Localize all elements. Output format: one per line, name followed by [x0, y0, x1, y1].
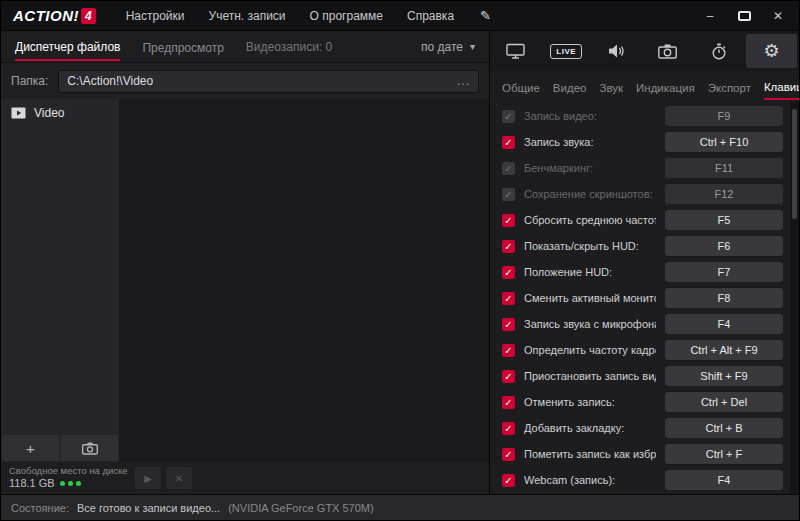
hotkey-checkbox[interactable]: ✓ — [502, 318, 515, 331]
hotkey-checkbox[interactable]: ✓ — [502, 136, 515, 149]
file-list-area[interactable] — [119, 99, 489, 462]
main-content: Диспетчер файлов Предпросмотр Видеозапис… — [1, 31, 799, 494]
hotkey-key-button[interactable]: Ctrl + F — [665, 444, 783, 464]
settings-tabs: ОбщиеВидеоЗвукИндикацияЭкспортКлавиши — [490, 71, 799, 101]
hotkey-key-button[interactable]: Ctrl + Alt + F9 — [665, 340, 783, 360]
hotkey-checkbox[interactable]: ✓ — [502, 344, 515, 357]
hotkey-checkbox[interactable]: ✓ — [502, 214, 515, 227]
free-space-value: 118.1 GB — [9, 477, 55, 491]
settings-tab-Звук[interactable]: Звук — [599, 74, 623, 99]
hotkey-key-button[interactable]: Ctrl + F10 — [665, 132, 783, 152]
scrollbar[interactable] — [790, 101, 799, 494]
play-button[interactable]: ▶ — [135, 467, 161, 489]
sort-dropdown[interactable]: по дате ▾ — [421, 40, 475, 54]
tab-preview[interactable]: Предпросмотр — [142, 34, 223, 60]
tab-screen-recording[interactable] — [490, 31, 541, 71]
hotkey-key-button[interactable]: Ctrl + Del — [665, 392, 783, 412]
hotkey-checkbox[interactable]: ✓ — [502, 292, 515, 305]
hotkey-key-button[interactable]: F9 — [665, 106, 783, 126]
hotkey-checkbox[interactable]: ✓ — [502, 396, 515, 409]
hotkey-label: Бенчмаркинг: — [524, 162, 656, 174]
hotkey-key-button[interactable]: F4 — [665, 314, 783, 334]
hotkey-key-button[interactable]: Shift + F9 — [665, 366, 783, 386]
hotkey-key-button[interactable]: Ctrl + B — [665, 418, 783, 438]
hotkey-key-button[interactable]: F8 — [665, 288, 783, 308]
hotkey-checkbox[interactable]: ✓ — [502, 370, 515, 383]
hotkey-label: Отменить запись: — [524, 396, 656, 408]
hotkey-checkbox[interactable]: ✓ — [502, 188, 515, 201]
folder-sidebar: Video + — [1, 99, 119, 462]
hotkey-key-button[interactable]: F5 — [665, 210, 783, 230]
speaker-icon — [608, 43, 626, 59]
hotkey-row: ✓Сбросить среднюю частоту кадров:F5 — [502, 207, 799, 233]
chevron-down-icon: ▾ — [470, 41, 475, 52]
menu-item-about[interactable]: О программе — [310, 9, 383, 23]
tab-file-manager[interactable]: Диспетчер файлов — [15, 33, 120, 61]
hotkey-row: ✓Webcam (запись):F4 — [502, 467, 799, 493]
settings-panel: LIVE ⚙ ОбщиеВидеоЗвукИндикацияЭкспортКла… — [490, 31, 799, 494]
titlebar-menu: НастройкиУчетн. записиО программеСправка — [126, 9, 454, 23]
hotkey-row: ✓Запись видео:F9 — [502, 103, 799, 129]
hotkey-checkbox[interactable]: ✓ — [502, 110, 515, 123]
hotkey-key-button[interactable]: F11 — [665, 158, 783, 178]
browse-button[interactable]: ... — [457, 74, 470, 88]
scrollbar-thumb[interactable] — [792, 109, 797, 219]
hotkey-row: ✓Положение HUD:F7 — [502, 259, 799, 285]
tab-live-streaming[interactable]: LIVE — [541, 31, 592, 71]
maximize-icon — [738, 11, 751, 21]
minimize-button[interactable]: – — [695, 6, 725, 26]
settings-tab-Индикация[interactable]: Индикация — [636, 74, 695, 99]
close-button[interactable]: ✕ — [763, 6, 793, 26]
delete-recording-button[interactable]: ✕ — [166, 467, 192, 489]
tab-benchmark[interactable] — [693, 31, 744, 71]
import-media-button[interactable] — [61, 435, 118, 461]
hotkey-key-button[interactable]: F6 — [665, 236, 783, 256]
tab-screenshots[interactable] — [642, 31, 693, 71]
hotkey-row: ✓Приостановить запись видео:Shift + F9 — [502, 363, 799, 389]
hotkey-row: ✓Запись звука:Ctrl + F10 — [502, 129, 799, 155]
menu-item-help[interactable]: Справка — [407, 9, 454, 23]
pen-icon[interactable]: ✎ — [480, 8, 491, 23]
tab-audio-recording[interactable] — [592, 31, 643, 71]
hotkey-row: ✓Сменить активный монитор:F8 — [502, 285, 799, 311]
playback-controls: ▶ ✕ — [135, 467, 192, 489]
free-space-label: Свободное место на диске — [9, 465, 121, 477]
gpu-name: (NVIDIA GeForce GTX 570M) — [228, 502, 373, 514]
titlebar: ACTION! 4 НастройкиУчетн. записиО програ… — [1, 1, 799, 31]
settings-tab-Общие[interactable]: Общие — [502, 74, 540, 99]
settings-tab-Видео[interactable]: Видео — [553, 74, 587, 99]
status-label: Состояние: — [11, 502, 69, 514]
hotkey-checkbox[interactable]: ✓ — [502, 240, 515, 253]
file-manager-tabs: Диспетчер файлов Предпросмотр Видеозапис… — [1, 31, 489, 63]
hotkey-label: Запись звука с микрофона: — [524, 318, 656, 330]
hotkey-label: Запись видео: — [524, 110, 656, 122]
hotkey-key-button[interactable]: F12 — [665, 184, 783, 204]
menu-item-accounts[interactable]: Учетн. записи — [209, 9, 286, 23]
hotkey-checkbox[interactable]: ✓ — [502, 448, 515, 461]
hotkey-key-button[interactable]: F7 — [665, 262, 783, 282]
sort-label: по дате — [421, 40, 463, 54]
live-badge-icon: LIVE — [550, 44, 582, 59]
menu-item-settings[interactable]: Настройки — [126, 9, 185, 23]
tab-settings[interactable]: ⚙ — [746, 34, 797, 68]
folder-path-input[interactable]: C:\Action!\Video ... — [58, 70, 479, 93]
hotkey-list: ✓Запись видео:F9✓Запись звука:Ctrl + F10… — [490, 101, 799, 494]
sidebar-item-video[interactable]: Video — [1, 99, 119, 127]
maximize-button[interactable] — [729, 6, 759, 26]
video-file-icon — [11, 107, 26, 119]
hotkey-key-button[interactable]: F4 — [665, 470, 783, 490]
mode-icon-tabs: LIVE ⚙ — [490, 31, 799, 71]
hotkey-checkbox[interactable]: ✓ — [502, 266, 515, 279]
gear-icon: ⚙ — [763, 42, 779, 60]
hotkey-checkbox[interactable]: ✓ — [502, 162, 515, 175]
hotkey-row: ✓Добавить закладку:Ctrl + B — [502, 415, 799, 441]
add-folder-button[interactable]: + — [2, 435, 59, 461]
settings-tab-Экспорт[interactable]: Экспорт — [708, 74, 751, 99]
hotkey-checkbox[interactable]: ✓ — [502, 474, 515, 487]
settings-tab-Клавиши[interactable]: Клавиши — [764, 73, 800, 100]
hotkey-label: Запись звука: — [524, 136, 656, 148]
hotkey-row: ✓Сохранение скриншотов:F12 — [502, 181, 799, 207]
hotkey-label: Сменить активный монитор: — [524, 292, 656, 304]
hotkey-checkbox[interactable]: ✓ — [502, 422, 515, 435]
app-window: ACTION! 4 НастройкиУчетн. записиО програ… — [0, 0, 800, 521]
